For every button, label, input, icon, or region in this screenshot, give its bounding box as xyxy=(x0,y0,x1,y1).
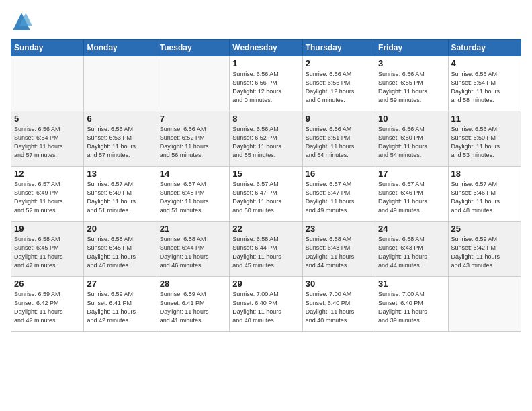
day-number: 21 xyxy=(160,224,226,234)
day-cell: 13Sunrise: 6:57 AM Sunset: 6:49 PM Dayli… xyxy=(84,167,157,222)
day-cell xyxy=(448,277,521,332)
day-info: Sunrise: 6:59 AM Sunset: 6:42 PM Dayligh… xyxy=(451,235,518,270)
week-row-3: 12Sunrise: 6:57 AM Sunset: 6:49 PM Dayli… xyxy=(11,167,521,222)
day-info: Sunrise: 6:56 AM Sunset: 6:54 PM Dayligh… xyxy=(14,125,81,160)
day-cell: 25Sunrise: 6:59 AM Sunset: 6:42 PM Dayli… xyxy=(448,222,521,277)
day-number: 19 xyxy=(14,224,81,234)
day-info: Sunrise: 6:58 AM Sunset: 6:44 PM Dayligh… xyxy=(232,235,299,270)
day-number: 10 xyxy=(378,113,445,124)
day-cell: 12Sunrise: 6:57 AM Sunset: 6:49 PM Dayli… xyxy=(11,167,84,222)
day-number: 28 xyxy=(160,279,226,289)
day-number: 6 xyxy=(87,113,153,124)
day-number: 2 xyxy=(306,58,372,68)
day-cell xyxy=(157,56,229,111)
day-cell: 15Sunrise: 6:57 AM Sunset: 6:47 PM Dayli… xyxy=(230,167,302,222)
header xyxy=(11,11,521,32)
day-cell: 18Sunrise: 6:57 AM Sunset: 6:46 PM Dayli… xyxy=(448,167,521,222)
day-number: 4 xyxy=(451,58,518,68)
day-cell: 6Sunrise: 6:56 AM Sunset: 6:53 PM Daylig… xyxy=(84,111,157,167)
day-info: Sunrise: 6:58 AM Sunset: 6:45 PM Dayligh… xyxy=(87,235,153,270)
day-info: Sunrise: 6:56 AM Sunset: 6:54 PM Dayligh… xyxy=(451,70,518,105)
day-cell: 30Sunrise: 7:00 AM Sunset: 6:40 PM Dayli… xyxy=(302,277,375,332)
day-number: 17 xyxy=(378,169,445,179)
header-row: Sunday Monday Tuesday Wednesday Thursday… xyxy=(11,40,521,56)
day-info: Sunrise: 6:57 AM Sunset: 6:48 PM Dayligh… xyxy=(160,180,226,215)
day-cell: 22Sunrise: 6:58 AM Sunset: 6:44 PM Dayli… xyxy=(230,222,302,277)
day-info: Sunrise: 6:56 AM Sunset: 6:52 PM Dayligh… xyxy=(160,125,226,160)
day-number: 24 xyxy=(378,224,445,234)
day-info: Sunrise: 6:56 AM Sunset: 6:53 PM Dayligh… xyxy=(87,125,153,160)
day-cell: 17Sunrise: 6:57 AM Sunset: 6:46 PM Dayli… xyxy=(375,167,448,222)
day-info: Sunrise: 6:58 AM Sunset: 6:43 PM Dayligh… xyxy=(306,235,372,270)
day-cell: 11Sunrise: 6:56 AM Sunset: 6:50 PM Dayli… xyxy=(448,111,521,167)
day-number: 16 xyxy=(306,169,372,179)
day-cell: 16Sunrise: 6:57 AM Sunset: 6:47 PM Dayli… xyxy=(302,167,375,222)
day-number: 7 xyxy=(160,113,226,124)
day-cell: 23Sunrise: 6:58 AM Sunset: 6:43 PM Dayli… xyxy=(302,222,375,277)
col-tuesday: Tuesday xyxy=(157,40,229,56)
day-cell xyxy=(11,56,84,111)
day-number: 25 xyxy=(451,224,518,234)
day-number: 8 xyxy=(232,113,299,124)
day-number: 29 xyxy=(232,279,299,289)
day-cell: 7Sunrise: 6:56 AM Sunset: 6:52 PM Daylig… xyxy=(157,111,229,167)
day-info: Sunrise: 6:56 AM Sunset: 6:55 PM Dayligh… xyxy=(378,70,445,105)
logo xyxy=(11,11,35,32)
day-number: 11 xyxy=(451,113,518,124)
day-cell: 9Sunrise: 6:56 AM Sunset: 6:51 PM Daylig… xyxy=(302,111,375,167)
col-friday: Friday xyxy=(375,40,448,56)
day-number: 3 xyxy=(378,58,445,68)
day-number: 18 xyxy=(451,169,518,179)
day-cell: 3Sunrise: 6:56 AM Sunset: 6:55 PM Daylig… xyxy=(375,56,448,111)
day-cell: 4Sunrise: 6:56 AM Sunset: 6:54 PM Daylig… xyxy=(448,56,521,111)
day-cell: 2Sunrise: 6:56 AM Sunset: 6:56 PM Daylig… xyxy=(302,56,375,111)
day-cell: 19Sunrise: 6:58 AM Sunset: 6:45 PM Dayli… xyxy=(11,222,84,277)
day-cell: 20Sunrise: 6:58 AM Sunset: 6:45 PM Dayli… xyxy=(84,222,157,277)
day-info: Sunrise: 7:00 AM Sunset: 6:40 PM Dayligh… xyxy=(232,290,299,325)
week-row-1: 1Sunrise: 6:56 AM Sunset: 6:56 PM Daylig… xyxy=(11,56,521,111)
day-info: Sunrise: 6:56 AM Sunset: 6:51 PM Dayligh… xyxy=(306,125,372,160)
page: Sunday Monday Tuesday Wednesday Thursday… xyxy=(0,0,532,411)
day-number: 5 xyxy=(14,113,81,124)
day-cell: 1Sunrise: 6:56 AM Sunset: 6:56 PM Daylig… xyxy=(230,56,302,111)
day-info: Sunrise: 6:57 AM Sunset: 6:47 PM Dayligh… xyxy=(232,180,299,215)
day-number: 9 xyxy=(306,113,372,124)
day-info: Sunrise: 6:59 AM Sunset: 6:42 PM Dayligh… xyxy=(14,290,81,325)
week-row-2: 5Sunrise: 6:56 AM Sunset: 6:54 PM Daylig… xyxy=(11,111,521,167)
day-number: 26 xyxy=(14,279,81,289)
day-cell: 28Sunrise: 6:59 AM Sunset: 6:41 PM Dayli… xyxy=(157,277,229,332)
day-cell: 8Sunrise: 6:56 AM Sunset: 6:52 PM Daylig… xyxy=(230,111,302,167)
day-info: Sunrise: 6:57 AM Sunset: 6:46 PM Dayligh… xyxy=(451,180,518,215)
day-info: Sunrise: 6:56 AM Sunset: 6:50 PM Dayligh… xyxy=(451,125,518,160)
day-cell: 29Sunrise: 7:00 AM Sunset: 6:40 PM Dayli… xyxy=(230,277,302,332)
day-info: Sunrise: 7:00 AM Sunset: 6:40 PM Dayligh… xyxy=(306,290,372,325)
day-info: Sunrise: 6:59 AM Sunset: 6:41 PM Dayligh… xyxy=(160,290,226,325)
day-number: 13 xyxy=(87,169,153,179)
day-info: Sunrise: 6:56 AM Sunset: 6:56 PM Dayligh… xyxy=(232,70,299,105)
col-thursday: Thursday xyxy=(302,40,375,56)
col-sunday: Sunday xyxy=(11,40,84,56)
calendar-table: Sunday Monday Tuesday Wednesday Thursday… xyxy=(11,39,521,332)
day-info: Sunrise: 6:56 AM Sunset: 6:56 PM Dayligh… xyxy=(306,70,372,105)
day-info: Sunrise: 6:58 AM Sunset: 6:43 PM Dayligh… xyxy=(378,235,445,270)
day-info: Sunrise: 6:57 AM Sunset: 6:47 PM Dayligh… xyxy=(306,180,372,215)
day-number: 15 xyxy=(232,169,299,179)
day-number: 22 xyxy=(232,224,299,234)
day-info: Sunrise: 6:57 AM Sunset: 6:49 PM Dayligh… xyxy=(87,180,153,215)
day-cell: 14Sunrise: 6:57 AM Sunset: 6:48 PM Dayli… xyxy=(157,167,229,222)
day-number: 23 xyxy=(306,224,372,234)
day-info: Sunrise: 6:57 AM Sunset: 6:49 PM Dayligh… xyxy=(14,180,81,215)
day-number: 30 xyxy=(306,279,372,289)
col-wednesday: Wednesday xyxy=(230,40,302,56)
week-row-4: 19Sunrise: 6:58 AM Sunset: 6:45 PM Dayli… xyxy=(11,222,521,277)
day-cell: 26Sunrise: 6:59 AM Sunset: 6:42 PM Dayli… xyxy=(11,277,84,332)
day-number: 1 xyxy=(232,58,299,68)
day-info: Sunrise: 6:58 AM Sunset: 6:45 PM Dayligh… xyxy=(14,235,81,270)
week-row-5: 26Sunrise: 6:59 AM Sunset: 6:42 PM Dayli… xyxy=(11,277,521,332)
day-info: Sunrise: 6:57 AM Sunset: 6:46 PM Dayligh… xyxy=(378,180,445,215)
day-number: 20 xyxy=(87,224,153,234)
day-cell: 5Sunrise: 6:56 AM Sunset: 6:54 PM Daylig… xyxy=(11,111,84,167)
day-number: 27 xyxy=(87,279,153,289)
day-number: 14 xyxy=(160,169,226,179)
day-info: Sunrise: 6:56 AM Sunset: 6:52 PM Dayligh… xyxy=(232,125,299,160)
